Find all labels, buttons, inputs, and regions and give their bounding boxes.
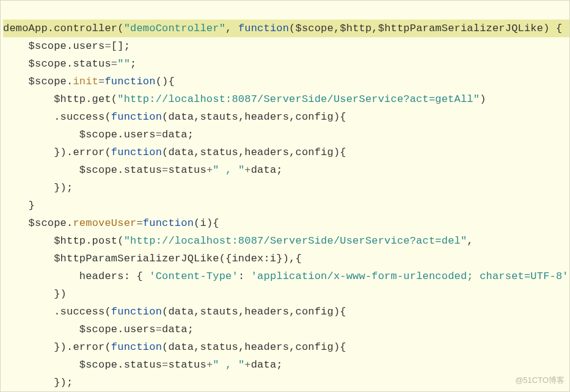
- code-line: .success(function(data,stauts,headers,co…: [3, 306, 346, 318]
- code-line: }): [3, 288, 67, 300]
- code-line: $scope.init=function(){: [3, 76, 175, 87]
- code-line: $http.post("http://localhost:8087/Server…: [3, 235, 473, 247]
- code-line: headers: { 'Content-Type': 'application/…: [3, 270, 570, 282]
- code-line: $scope.status=status+" , "+data;: [3, 359, 283, 371]
- code-block: demoApp.controller("demoController", fun…: [1, 1, 569, 392]
- code-line-highlighted: demoApp.controller("demoController", fun…: [3, 20, 569, 37]
- code-line: .success(function(data,stauts,headers,co…: [3, 111, 346, 123]
- code-line: });: [3, 182, 73, 194]
- code-line: }).error(function(data,status,headers,co…: [3, 341, 346, 353]
- code-line: }).error(function(data,status,headers,co…: [3, 147, 346, 158]
- code-line: });: [3, 377, 73, 388]
- code-line: }: [3, 200, 35, 211]
- code-line: $http.get("http://localhost:8087/ServerS…: [3, 93, 486, 105]
- code-line: $scope.removeUser=function(i){: [3, 217, 219, 229]
- code-line: $httpParamSerializerJQLike({index:i}),{: [3, 253, 302, 264]
- code-line: $scope.users=data;: [3, 129, 194, 140]
- code-line: $scope.status="";: [3, 58, 136, 70]
- code-line: $scope.users=[];: [3, 40, 130, 52]
- code-line: $scope.status=status+" , "+data;: [3, 164, 283, 176]
- watermark-text: @51CTO博客: [515, 371, 565, 389]
- code-line: $scope.users=data;: [3, 324, 194, 335]
